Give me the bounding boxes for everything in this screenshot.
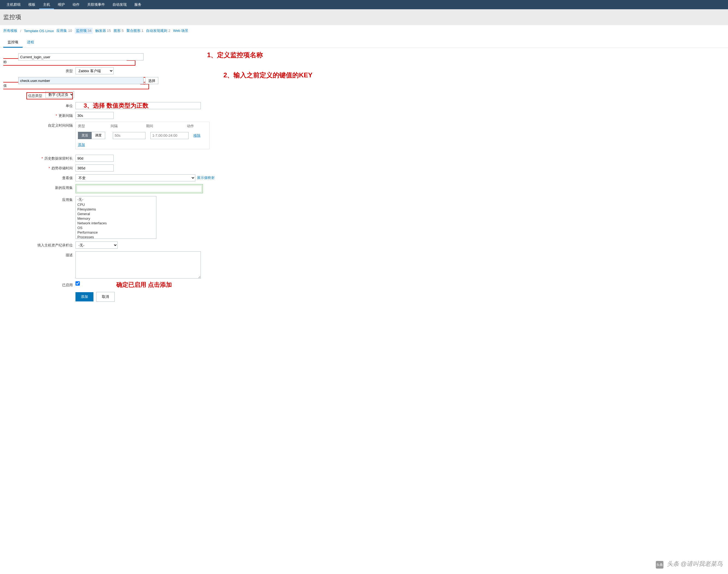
interval-header-interval: 间隔 — [111, 124, 146, 128]
breadcrumb-all-templates[interactable]: 所有模板 — [3, 28, 17, 33]
interval-header-type: 类型 — [78, 124, 111, 128]
annotation-4: 确定已启用 点击添加 — [116, 281, 172, 289]
top-navigation: 主机群组 模板 主机 维护 动作 关联项事件 自动发现 服务 — [0, 0, 728, 9]
appset-option-performance[interactable]: Performance — [76, 230, 156, 235]
breadcrumb-applications-count: 10 — [68, 29, 72, 33]
appset-option-none[interactable]: -无- — [76, 197, 156, 202]
breadcrumb-screens-count: 1 — [142, 29, 143, 33]
nav-maintenance[interactable]: 维护 — [54, 0, 69, 9]
nav-actions[interactable]: 动作 — [69, 0, 83, 9]
breadcrumb-applications[interactable]: 应用集 — [56, 29, 67, 33]
subtabs: 监控项 进程 — [0, 38, 728, 48]
inventory-select[interactable]: -无- — [75, 242, 118, 249]
appset-option-general[interactable]: General — [76, 212, 156, 216]
add-button[interactable]: 添加 — [75, 292, 93, 301]
page-title: 监控项 — [0, 9, 728, 25]
appset-option-network[interactable]: Network interfaces — [76, 221, 156, 226]
interval-header-action: 动作 — [187, 124, 200, 128]
type-label: 类型 — [3, 67, 75, 74]
show-value-select[interactable]: 不变 — [75, 174, 195, 181]
interval-period-input[interactable] — [150, 132, 189, 139]
breadcrumb: 所有模板 / Template OS Linux 应用集 10 监控项 34 触… — [0, 25, 728, 37]
breadcrumb-separator: / — [20, 29, 21, 33]
inventory-label: 填入主机资产纪录栏位 — [3, 242, 75, 248]
desc-textarea[interactable] — [75, 251, 201, 279]
breadcrumb-triggers[interactable]: 触发器 — [95, 29, 106, 33]
breadcrumb-template-name[interactable]: Template OS Linux — [24, 29, 54, 33]
form-area: 1、定义监控项名称 2、输入之前定义的键值的KEY * 名称 类型 Zabbix… — [0, 48, 728, 310]
info-type-label-cell: 信息类型 — [3, 91, 75, 99]
interval-table: 类型 间隔 期间 动作 灵活 调度 — [75, 122, 209, 149]
trend-input[interactable] — [75, 164, 114, 171]
new-appset-label: 新的应用集 — [3, 184, 75, 190]
breadcrumb-screens[interactable]: 聚合图形 — [126, 29, 141, 33]
appset-select[interactable]: -无- CPU Filesystems General Memory Netwo… — [75, 196, 156, 239]
appset-option-memory[interactable]: Memory — [76, 216, 156, 221]
appset-option-processes[interactable]: Processes — [76, 235, 156, 239]
new-appset-input[interactable] — [77, 185, 202, 192]
tab-item[interactable]: 监控项 — [3, 38, 23, 48]
cancel-button[interactable]: 取消 — [96, 292, 115, 302]
appset-label: 应用集 — [3, 196, 75, 202]
required-marker: * — [55, 114, 57, 118]
type-select[interactable]: Zabbix 客户端 — [75, 67, 114, 74]
annotation-3: 3、选择 数值类型为正数 — [84, 101, 149, 110]
annotation-1: 1、定义监控项名称 — [207, 51, 263, 59]
trend-label-cell: * 趋势存储时间 — [3, 164, 75, 171]
nav-services[interactable]: 服务 — [130, 0, 145, 9]
nav-templates[interactable]: 模板 — [25, 0, 39, 9]
info-type-label: 信息类型 — [28, 93, 42, 98]
custom-interval-label: 自定义时间间隔 — [3, 122, 75, 128]
interval-value-input[interactable] — [113, 132, 146, 139]
required-marker: * — [48, 166, 50, 170]
breadcrumb-graphs[interactable]: 图形 — [114, 29, 121, 33]
enabled-label: 已启用 — [3, 281, 75, 288]
history-input[interactable] — [75, 155, 114, 162]
breadcrumb-discovery-rules-count: 2 — [168, 29, 170, 33]
appset-option-os[interactable]: OS — [76, 226, 156, 230]
required-marker: * — [41, 156, 43, 160]
history-label-cell: * 历史数据保留时长 — [3, 155, 75, 161]
show-value-map-link[interactable]: 展示值映射 — [197, 175, 215, 180]
desc-label: 描述 — [3, 251, 75, 257]
trend-label: 趋势存储时间 — [51, 166, 73, 170]
interval-type-flexible-button[interactable]: 灵活 — [78, 132, 91, 139]
show-value-label: 查看值 — [3, 174, 75, 180]
appset-option-cpu[interactable]: CPU — [76, 202, 156, 207]
breadcrumb-items[interactable]: 监控项 — [76, 29, 87, 33]
enabled-checkbox[interactable] — [75, 281, 80, 286]
interval-add-link[interactable]: 添加 — [78, 143, 85, 147]
interval-remove-link[interactable]: 移除 — [193, 133, 200, 137]
key-select-button[interactable]: 选择 — [145, 77, 158, 84]
history-label: 历史数据保留时长 — [44, 156, 73, 160]
interval-header-period: 期间 — [146, 124, 187, 128]
unit-label: 单位 — [3, 102, 75, 108]
update-interval-input[interactable] — [75, 112, 114, 119]
breadcrumb-items-count: 34 — [87, 29, 91, 33]
annotation-2: 2、输入之前定义的键值的KEY — [223, 70, 324, 81]
name-input[interactable] — [18, 53, 144, 60]
breadcrumb-discovery-rules[interactable]: 自动发现规则 — [146, 29, 167, 33]
breadcrumb-graphs-count: 5 — [121, 29, 123, 33]
nav-correlation[interactable]: 关联项事件 — [83, 0, 109, 9]
breadcrumb-triggers-count: 15 — [107, 29, 111, 33]
key-input[interactable] — [18, 77, 144, 84]
nav-hostgroups[interactable]: 主机群组 — [3, 0, 25, 9]
nav-hosts[interactable]: 主机 — [39, 0, 54, 9]
tab-process[interactable]: 进程 — [23, 38, 38, 48]
nav-discovery[interactable]: 自动发现 — [109, 0, 130, 9]
appset-option-filesystems[interactable]: Filesystems — [76, 207, 156, 212]
update-interval-label: 更新间隔 — [59, 114, 73, 118]
update-interval-label-cell: * 更新间隔 — [3, 112, 75, 118]
breadcrumb-web-scenarios[interactable]: Web 场景 — [173, 28, 188, 33]
interval-type-scheduling-button[interactable]: 调度 — [91, 132, 105, 139]
